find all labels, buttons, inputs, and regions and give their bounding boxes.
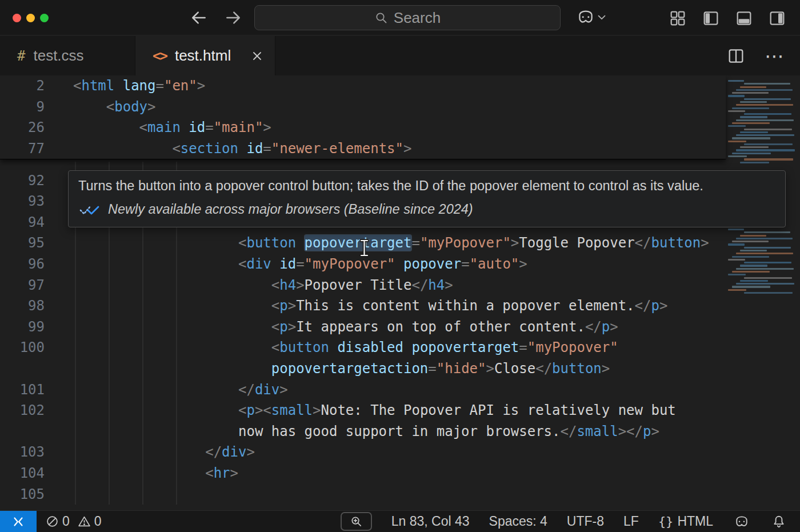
copilot-icon	[734, 514, 750, 530]
code-line[interactable]: popovertargetaction="hide">Close</button…	[0, 358, 726, 379]
encoding-setting[interactable]: UTF-8	[567, 514, 604, 529]
code-text: <body>	[73, 97, 156, 118]
code-text: <p>This is content within a popover elem…	[73, 295, 667, 317]
baseline-note: Newly available across major browsers (B…	[108, 202, 473, 217]
zoom-icon	[350, 515, 363, 528]
tab-label: test.html	[175, 47, 231, 65]
arrow-left-icon	[190, 9, 208, 27]
css-file-icon: #	[17, 48, 25, 64]
editor[interactable]: 92939495 <button popovertarget="myPopove…	[0, 75, 800, 510]
line-number: 99	[0, 317, 45, 338]
layout-sidebar-left-icon	[702, 9, 720, 27]
warning-count: 0	[94, 514, 102, 529]
search-placeholder: Search	[394, 9, 441, 27]
line-number: 105	[0, 484, 45, 505]
remote-indicator[interactable]	[0, 511, 37, 532]
problems-button[interactable]: 0 0	[46, 514, 102, 529]
code-line[interactable]: 103 </div>	[0, 442, 726, 463]
customize-layout-button[interactable]	[667, 8, 688, 29]
code-text: <hr>	[73, 463, 238, 484]
code-line[interactable]: 101 </div>	[0, 379, 726, 401]
error-icon	[46, 515, 59, 528]
indentation-setting[interactable]: Spaces: 4	[489, 514, 547, 529]
language-mode[interactable]: {} HTML	[658, 514, 713, 529]
more-actions-button[interactable]: ⋯	[763, 45, 785, 67]
split-editor-button[interactable]	[726, 46, 746, 66]
code-line[interactable]: 96 <div id="myPopover" popover="auto">	[0, 254, 726, 275]
toggle-secondary-sidebar-button[interactable]	[767, 8, 787, 29]
minimap[interactable]	[726, 75, 800, 510]
close-window-button[interactable]	[13, 14, 21, 22]
code-text: <p>It appears on top of other content.</…	[73, 317, 618, 338]
copilot-menu-button[interactable]	[575, 6, 609, 28]
line-number: 98	[0, 295, 45, 317]
code-text: popovertargetaction="hide">Close</button…	[73, 358, 610, 379]
status-bar: 0 0 Ln 83, Col 43 Spaces: 4 UTF-8 LF {} …	[0, 510, 800, 532]
code-line[interactable]: 100 <button disabled popovertarget="myPo…	[0, 337, 726, 358]
minimap-block	[728, 229, 799, 295]
code-text: </div>	[73, 379, 288, 401]
code-line[interactable]: 104 <hr>	[0, 463, 726, 484]
eol-setting[interactable]: LF	[623, 514, 639, 529]
line-number: 26	[0, 117, 45, 138]
bell-icon	[771, 514, 786, 529]
cursor-position[interactable]: Ln 83, Col 43	[391, 514, 470, 529]
window-controls	[13, 14, 49, 22]
title-bar: Search	[0, 0, 800, 35]
code-text: now has good support in major browsers.<…	[73, 421, 659, 442]
line-number: 101	[0, 379, 45, 401]
line-number: 100	[0, 337, 45, 358]
line-number: 9	[0, 97, 45, 118]
ellipsis-icon: ⋯	[765, 46, 784, 66]
line-number: 104	[0, 463, 45, 484]
toggle-primary-sidebar-button[interactable]	[701, 8, 721, 29]
code-line[interactable]: 95 <button popovertarget="myPopover">Tog…	[0, 233, 726, 254]
sticky-scroll: 2<html lang="en">9 <body>26 <main id="ma…	[0, 75, 726, 159]
layout-panel-icon	[735, 9, 753, 27]
error-count: 0	[62, 514, 70, 529]
line-number: 103	[0, 442, 45, 463]
code-line[interactable]: 97 <h4>Popover Title</h4>	[0, 275, 726, 296]
code-line[interactable]: now has good support in major browsers.<…	[0, 421, 726, 442]
line-number: 2	[0, 75, 45, 97]
zoom-indicator[interactable]	[341, 512, 372, 531]
toggle-panel-button[interactable]	[734, 8, 754, 29]
minimize-window-button[interactable]	[26, 14, 35, 22]
sticky-line[interactable]: 2<html lang="en">	[0, 75, 651, 97]
chevron-down-icon	[595, 11, 608, 23]
sticky-line[interactable]: 9 <body>	[0, 97, 651, 118]
code-line[interactable]: 105	[0, 484, 726, 505]
minimap-block	[728, 80, 799, 165]
customize-layout-icon	[669, 9, 687, 27]
baseline-icon	[78, 203, 101, 217]
back-button[interactable]	[189, 7, 209, 28]
copilot-icon	[576, 7, 595, 27]
line-number: 95	[0, 233, 45, 254]
code-line[interactable]: 99 <p>It appears on top of other content…	[0, 317, 726, 338]
line-number: 97	[0, 275, 45, 296]
warning-icon	[78, 515, 91, 528]
tab-test-html[interactable]: <> test.html	[135, 36, 275, 75]
code-text: <div id="myPopover" popover="auto">	[73, 254, 527, 275]
line-number: 96	[0, 254, 45, 275]
code-text: <p><small>Note: The Popover API is relat…	[73, 400, 676, 421]
remote-icon	[11, 514, 26, 529]
code-text: <html lang="en">	[73, 75, 205, 97]
search-input[interactable]: Search	[254, 5, 561, 30]
notifications-button[interactable]	[770, 513, 787, 530]
sticky-line[interactable]: 77 <section id="newer-elements">	[0, 138, 651, 159]
tab-test-css[interactable]: # test.css	[0, 36, 135, 75]
code-text: <section id="newer-elements">	[73, 138, 411, 159]
code-line[interactable]: 98 <p>This is content within a popover e…	[0, 295, 726, 317]
layout-sidebar-right-icon	[768, 9, 786, 27]
code-line[interactable]: 102 <p><small>Note: The Popover API is r…	[0, 400, 726, 421]
zoom-window-button[interactable]	[40, 14, 49, 22]
line-number: 93	[0, 191, 45, 212]
forward-button[interactable]	[223, 7, 243, 28]
close-tab-icon[interactable]	[251, 50, 263, 62]
line-number: 102	[0, 400, 45, 421]
sticky-line[interactable]: 26 <main id="main">	[0, 117, 651, 138]
arrow-right-icon	[224, 9, 242, 27]
copilot-status-button[interactable]	[733, 513, 751, 531]
braces-icon: {}	[658, 514, 674, 529]
